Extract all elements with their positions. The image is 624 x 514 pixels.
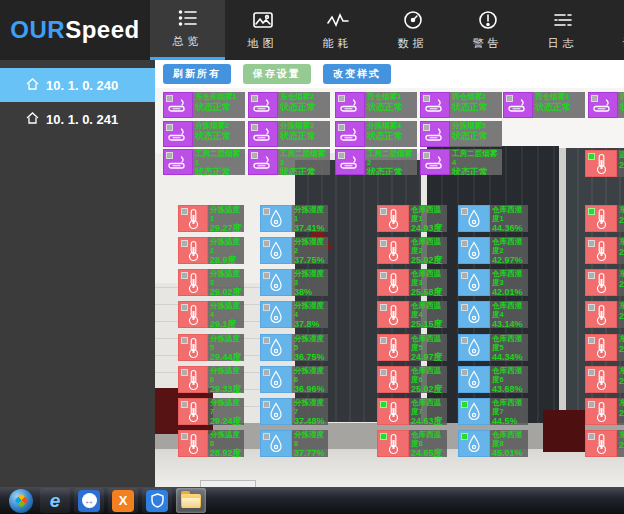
status-indicator-gray	[263, 433, 270, 440]
temperature-sensor-tile[interactable]: 仓库西温度425.15度	[377, 301, 447, 328]
humidity-sensor-tile[interactable]: 分拣湿度536.75%	[260, 334, 328, 361]
teamviewer-icon[interactable]: ↔	[74, 488, 104, 513]
smoke-detector-tile[interactable]: 工房二层烟雾3状态正常	[248, 149, 330, 175]
sidebar-item-10-1-0-241[interactable]: 10. 1. 0. 241	[0, 102, 155, 136]
humidity-sensor-tile[interactable]: 仓库西湿度643.68%	[458, 366, 528, 393]
temperature-sensor-tile[interactable]: 东仓24	[585, 430, 624, 457]
temperature-sensor-tile[interactable]: 分拣温度629.33度	[178, 366, 244, 393]
smoke-detector-tile[interactable]: 西仓烟雾2状态正常	[420, 92, 502, 118]
tab-map[interactable]: 地图	[225, 0, 300, 60]
smoke-detector-tile[interactable]: 西仓烟雾1状态正常	[335, 92, 417, 118]
humidity-sensor-tile[interactable]: 分拣湿度237.75%	[260, 237, 328, 264]
temperature-sensor-tile[interactable]: 仓库西温度625.02度	[377, 366, 447, 393]
tab-label: 警告	[473, 36, 503, 51]
humidity-sensor-tile[interactable]: 仓库西湿度744.5%	[458, 398, 528, 425]
smoke-detector-tile[interactable]: 西仓状态	[588, 92, 624, 118]
temperature-sensor-tile[interactable]: 分拣温度329.02度	[178, 269, 244, 296]
humidity-sensor-tile[interactable]: 仓库西湿度342.01%	[458, 269, 528, 296]
status-indicator-green	[380, 401, 387, 408]
sensor-label: 仓库西湿度4	[492, 302, 526, 319]
status-indicator-gray	[588, 272, 595, 279]
smoke-detector-tile[interactable]: 西仓烟雾3状态正常	[503, 92, 585, 118]
humidity-sensor-tile[interactable]: 分拣湿度636.96%	[260, 366, 328, 393]
sidebar-item-10-1-0-240[interactable]: 10. 1. 0. 240	[0, 68, 155, 102]
security-shield-icon[interactable]	[142, 488, 172, 513]
temperature-sensor-tile[interactable]: 仓库西温度124.93度	[377, 205, 447, 232]
sensor-label: 仓库西湿度1	[492, 206, 526, 223]
smoke-detector-tile[interactable]: 分拣烟雾3状态正常	[248, 121, 330, 147]
smoke-detector-tile[interactable]: 东仓烟雾2状态正常	[248, 92, 330, 118]
sensor-value: 37.77%	[294, 448, 326, 457]
tab-data[interactable]: 数据	[375, 0, 450, 60]
status-indicator-gray	[588, 304, 595, 311]
temperature-sensor-tile[interactable]: 分拣温度828.92度	[178, 430, 244, 457]
save-settings-button[interactable]: 保存设置	[243, 64, 311, 84]
temperature-sensor-tile[interactable]: 东仓24	[585, 301, 624, 328]
tab-logs[interactable]: 日志	[525, 0, 600, 60]
xampp-icon[interactable]: X	[108, 488, 138, 513]
thermometer-icon	[585, 269, 617, 296]
change-style-button[interactable]: 改变样式	[323, 64, 391, 84]
temperature-sensor-tile[interactable]: 东仓23	[585, 334, 624, 361]
temperature-sensor-tile[interactable]: 仓库西温度724.63度	[377, 398, 447, 425]
sensor-label: 仓库西湿度6	[492, 367, 526, 384]
temperature-sensor-tile[interactable]: 分拣温度729.24度	[178, 398, 244, 425]
sensor-value: 24.63度	[411, 416, 445, 425]
tab-overview[interactable]: 总览	[150, 0, 225, 60]
refresh-all-button[interactable]: 刷新所有	[163, 64, 231, 84]
tab-alerts[interactable]: 警告	[450, 0, 525, 60]
humidity-sensor-tile[interactable]: 仓库西湿度443.14%	[458, 301, 528, 328]
droplet-icon	[260, 269, 292, 296]
droplet-icon	[458, 301, 490, 328]
humidity-sensor-tile[interactable]: 仓库西湿度242.97%	[458, 237, 528, 264]
temperature-sensor-tile[interactable]: 分拣温度429.1度	[178, 301, 244, 328]
sensor-value: 25.15度	[411, 319, 445, 328]
temperature-sensor-tile[interactable]: 分拣温度129.27度	[178, 205, 244, 232]
status-indicator-gray	[338, 124, 345, 131]
sensor-value: 24	[619, 311, 624, 321]
humidity-sensor-tile[interactable]: 仓库西湿度544.34%	[458, 334, 528, 361]
status-indicator-gray	[461, 369, 468, 376]
scene-red-door-right	[543, 410, 585, 452]
temperature-sensor-tile[interactable]: 东仓24	[585, 269, 624, 296]
temperature-sensor-tile[interactable]: 东仓24	[585, 398, 624, 425]
smoke-detector-icon	[163, 92, 193, 118]
humidity-sensor-tile[interactable]: 仓库西湿度144.36%	[458, 205, 528, 232]
humidity-sensor-tile[interactable]: 分拣湿度837.77%	[260, 430, 328, 457]
temperature-sensor-tile[interactable]: 温27	[585, 150, 624, 177]
smoke-detector-tile[interactable]: 东仓库烟雾1状态正常	[163, 92, 245, 118]
temperature-sensor-tile[interactable]: 分拣温度529.44度	[178, 334, 244, 361]
humidity-sensor-tile[interactable]: 分拣湿度137.41%	[260, 205, 328, 232]
humidity-sensor-tile[interactable]: 分拣湿度338%	[260, 269, 328, 296]
tab-energy[interactable]: 能耗	[300, 0, 375, 60]
smoke-detector-tile[interactable]: 工房二层烟雾2状态正常	[335, 149, 417, 175]
temperature-sensor-tile[interactable]: 仓库西温度824.65度	[377, 430, 447, 457]
smoke-detector-tile[interactable]: 分拣烟雾5状态正常	[420, 121, 502, 147]
temperature-sensor-tile[interactable]: 东仓24	[585, 237, 624, 264]
temperature-sensor-tile[interactable]: 东仓23	[585, 366, 624, 393]
sensor-label: 分拣温度7	[210, 399, 242, 416]
tab-settings[interactable]: 设置	[600, 0, 624, 60]
thermometer-icon	[178, 430, 208, 457]
humidity-sensor-tile[interactable]: 分拣湿度737.48%	[260, 398, 328, 425]
thermometer-icon	[377, 430, 409, 457]
temperature-sensor-tile[interactable]: 仓库西温度325.58度	[377, 269, 447, 296]
file-explorer-folder-icon[interactable]	[176, 488, 206, 513]
windows-start-icon[interactable]	[6, 488, 36, 513]
temperature-sensor-tile[interactable]: 仓库西温度225.02度	[377, 237, 447, 264]
temperature-sensor-tile[interactable]: 仓库西温度524.97度	[377, 334, 447, 361]
smoke-detector-tile[interactable]: 分拣烟雾2状态正常	[163, 121, 245, 147]
temperature-sensor-tile[interactable]: 东仓24	[585, 205, 624, 232]
smoke-detector-tile[interactable]: 工房二层烟雾4状态正常	[420, 149, 502, 175]
thermometer-icon	[178, 334, 208, 361]
tab-label: 地图	[248, 36, 278, 51]
temperature-sensor-tile[interactable]: 分拣温度228.9度	[178, 237, 244, 264]
sensor-label: 东仓	[619, 431, 624, 440]
home-icon	[26, 78, 39, 93]
humidity-sensor-tile[interactable]: 仓库西湿度845.01%	[458, 430, 528, 457]
status-indicator-gray	[338, 152, 345, 159]
internet-explorer-icon[interactable]: e	[40, 488, 70, 513]
smoke-detector-tile[interactable]: 工房二层烟雾1状态正常	[163, 149, 245, 175]
humidity-sensor-tile[interactable]: 分拣湿度437.8%	[260, 301, 328, 328]
smoke-detector-tile[interactable]: 分拣烟雾4状态正常	[335, 121, 417, 147]
